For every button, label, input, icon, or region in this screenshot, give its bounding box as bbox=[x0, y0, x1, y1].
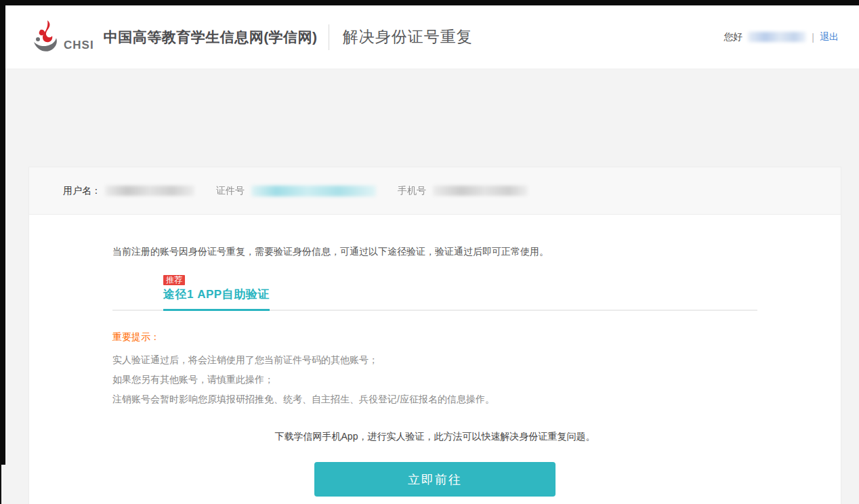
download-hint: 下载学信网手机App，进行实人验证，此方法可以快速解决身份证重复问题。 bbox=[112, 431, 757, 443]
id-number-field: 证件号 bbox=[216, 185, 376, 197]
phone-label: 手机号 bbox=[398, 185, 426, 197]
important-notice: 重要提示： 实人验证通过后，将会注销使用了您当前证件号码的其他账号； 如果您另有… bbox=[112, 331, 757, 409]
header-user-area: 您好 | 退出 bbox=[724, 31, 839, 43]
page-title: 解决身份证号重复 bbox=[343, 26, 473, 47]
header-separator: | bbox=[812, 32, 814, 43]
card-content: 当前注册的账号因身份证号重复，需要验证身份信息，可通过以下途径验证，验证通过后即… bbox=[29, 215, 841, 497]
notice-line: 注销账号会暂时影响您原填报研招推免、统考、自主招生、兵役登记/应征报名的信息操作… bbox=[112, 390, 757, 409]
username-field: 用户名： bbox=[63, 185, 194, 197]
tab-label: 途径1 APP自助验证 bbox=[163, 285, 270, 311]
username-label: 用户名： bbox=[63, 185, 101, 197]
intro-text: 当前注册的账号因身份证号重复，需要验证身份信息，可通过以下途径验证，验证通过后即… bbox=[112, 245, 757, 258]
user-info-bar: 用户名： 证件号 手机号 bbox=[29, 167, 841, 215]
main-card: 用户名： 证件号 手机号 当前注册的账号因身份证号重复，需要验证身份信息，可通过… bbox=[28, 167, 841, 504]
chsi-logo[interactable]: CHSI bbox=[31, 20, 94, 54]
header: CHSI 中国高等教育学生信息网(学信网) 解决身份证号重复 您好 | 退出 bbox=[0, 5, 859, 68]
cta-container: 立即前往 bbox=[112, 462, 757, 497]
site-name: 中国高等教育学生信息网(学信网) bbox=[104, 28, 318, 47]
go-now-button[interactable]: 立即前往 bbox=[314, 462, 556, 497]
masked-username-value bbox=[105, 186, 194, 196]
masked-id-number-value bbox=[251, 186, 376, 196]
chsi-logo-text: CHSI bbox=[64, 39, 94, 52]
id-number-label: 证件号 bbox=[216, 185, 245, 197]
masked-username bbox=[748, 32, 806, 42]
window-frame-left bbox=[0, 0, 5, 465]
notice-line: 实人验证通过后，将会注销使用了您当前证件号码的其他账号； bbox=[112, 350, 757, 370]
masked-phone-value bbox=[433, 186, 528, 196]
chsi-phoenix-icon bbox=[31, 20, 62, 54]
recommended-badge: 推荐 bbox=[163, 275, 185, 285]
notice-title: 重要提示： bbox=[112, 331, 757, 343]
header-divider bbox=[329, 24, 329, 50]
greeting-label: 您好 bbox=[724, 31, 742, 43]
notice-line: 如果您另有其他账号，请慎重此操作； bbox=[112, 370, 757, 390]
window-frame-top bbox=[0, 0, 859, 5]
tab-bar: 推荐 途径1 APP自助验证 bbox=[112, 273, 757, 311]
page-background: 用户名： 证件号 手机号 当前注册的账号因身份证号重复，需要验证身份信息，可通过… bbox=[0, 68, 859, 504]
phone-field: 手机号 bbox=[398, 185, 528, 197]
tab-app-self-verify[interactable]: 推荐 途径1 APP自助验证 bbox=[163, 273, 270, 311]
logout-link[interactable]: 退出 bbox=[820, 31, 839, 43]
